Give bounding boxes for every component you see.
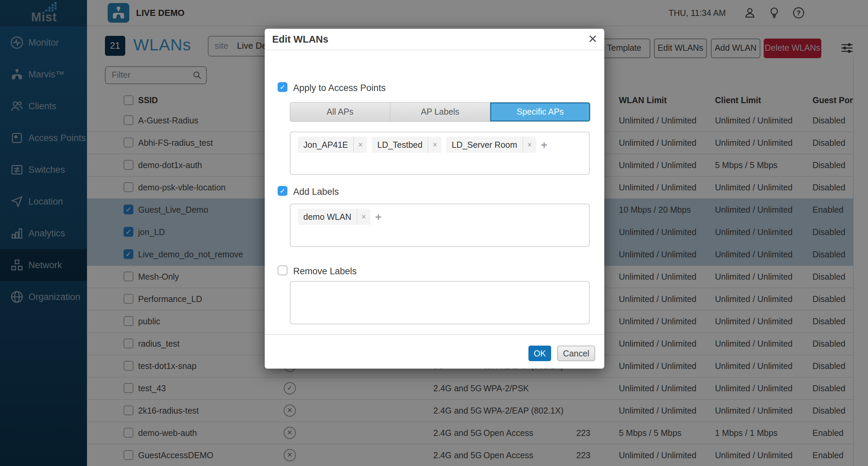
modal-title: Edit WLANs xyxy=(272,29,328,50)
add-labels-tokenbox[interactable]: demo WLAN×+ xyxy=(290,204,590,247)
edit-wlans-modal: Edit WLANs ✕ Apply to Access Points All … xyxy=(265,29,604,369)
token-remove-icon[interactable]: × xyxy=(428,137,441,153)
ap-scope-segmented-control: All APsAP LabelsSpecific APs xyxy=(290,102,590,122)
add-labels-label: Add Labels xyxy=(293,187,339,197)
ok-button[interactable]: OK xyxy=(528,346,551,361)
apply-to-aps-checkbox[interactable] xyxy=(278,82,287,92)
token-chip: Jon_AP41E× xyxy=(298,137,367,153)
token-add-icon[interactable]: + xyxy=(375,209,382,225)
specific-aps-tokenbox[interactable]: Jon_AP41E×LD_Testbed×LD_Server Room×+ xyxy=(290,132,590,175)
token-remove-icon[interactable]: × xyxy=(353,137,367,153)
segment-all-aps[interactable]: All APs xyxy=(290,102,390,121)
modal-header: Edit WLANs ✕ xyxy=(265,29,604,50)
token-add-icon[interactable]: + xyxy=(541,137,547,153)
token-chip: LD_Testbed× xyxy=(372,137,441,153)
cancel-button[interactable]: Cancel xyxy=(557,346,595,361)
segment-specific-aps[interactable]: Specific APs xyxy=(490,102,590,121)
close-icon[interactable]: ✕ xyxy=(588,32,598,46)
ap-token-list: Jon_AP41E×LD_Testbed×LD_Server Room×+ xyxy=(298,137,547,153)
token-label: demo WLAN xyxy=(298,212,357,222)
modal-footer: OK Cancel xyxy=(265,334,604,369)
apply-to-aps-label: Apply to Access Points xyxy=(293,83,386,93)
token-label: LD_Server Room xyxy=(446,140,522,150)
remove-labels-tokenbox[interactable] xyxy=(290,281,590,324)
add-label-token-list: demo WLAN×+ xyxy=(298,209,382,225)
token-remove-icon[interactable]: × xyxy=(357,209,370,225)
token-label: LD_Testbed xyxy=(372,140,428,150)
remove-labels-checkbox[interactable] xyxy=(278,265,287,275)
app-window: Mist MonitorMarvis™ClientsAccess PointsS… xyxy=(0,0,868,466)
token-remove-icon[interactable]: × xyxy=(523,137,536,153)
token-chip: LD_Server Room× xyxy=(446,137,536,153)
remove-labels-label: Remove Labels xyxy=(293,266,357,277)
token-label: Jon_AP41E xyxy=(298,140,353,150)
add-labels-checkbox[interactable] xyxy=(278,186,287,196)
token-chip: demo WLAN× xyxy=(298,209,370,225)
segment-ap-labels[interactable]: AP Labels xyxy=(390,102,491,121)
